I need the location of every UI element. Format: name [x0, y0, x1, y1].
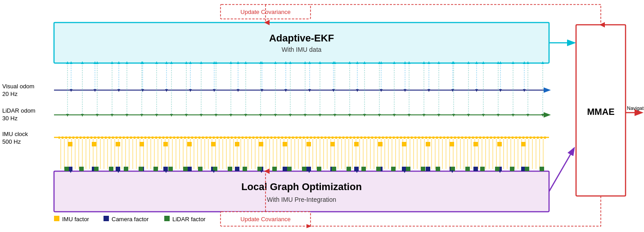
svg-rect-321 — [378, 142, 383, 146]
lidar-legend-label: LiDAR factor — [172, 216, 206, 223]
local-graph-label: Local Graph Optimization — [241, 181, 362, 192]
svg-rect-335 — [235, 167, 239, 171]
svg-rect-323 — [426, 142, 430, 146]
svg-rect-318 — [306, 142, 311, 146]
svg-rect-316 — [259, 142, 263, 146]
svg-rect-327 — [521, 142, 526, 146]
svg-rect-343 — [426, 167, 430, 171]
lidar-odom-label: LiDAR odom — [2, 107, 36, 114]
svg-rect-379 — [525, 167, 529, 171]
svg-rect-326 — [497, 142, 502, 146]
svg-rect-345 — [473, 167, 478, 171]
svg-rect-366 — [332, 167, 336, 171]
svg-rect-364 — [302, 167, 306, 171]
svg-rect-352 — [124, 167, 128, 171]
svg-line-3 — [549, 149, 574, 191]
svg-rect-365 — [317, 167, 321, 171]
svg-rect-337 — [283, 167, 287, 171]
svg-rect-308 — [68, 142, 72, 146]
svg-rect-372 — [421, 167, 425, 171]
visual-odom-label: Visual odom — [2, 83, 34, 90]
svg-rect-314 — [211, 142, 216, 146]
svg-rect-353 — [139, 167, 143, 171]
svg-rect-368 — [361, 167, 366, 171]
lidar-odom-hz: 30 Hz — [2, 115, 18, 122]
svg-rect-378 — [510, 167, 514, 171]
svg-rect-333 — [187, 167, 192, 171]
camera-legend-box — [104, 216, 109, 221]
svg-rect-319 — [330, 142, 335, 146]
local-graph-sublabel: With IMU Pre-Integration — [267, 196, 336, 203]
adaptive-ekf-label: Adaptive-EKF — [269, 32, 334, 44]
svg-rect-360 — [243, 167, 247, 171]
svg-rect-315 — [235, 142, 239, 146]
svg-rect-380 — [540, 167, 544, 171]
imu-legend-box — [54, 216, 59, 221]
svg-rect-312 — [163, 142, 168, 146]
camera-legend-label: Camera factor — [112, 216, 149, 223]
lidar-legend-box — [164, 216, 170, 221]
svg-rect-349 — [79, 167, 84, 171]
svg-rect-359 — [228, 167, 232, 171]
svg-rect-348 — [64, 167, 69, 171]
svg-rect-362 — [272, 167, 277, 171]
visual-odom-hz: 20 Hz — [2, 91, 18, 97]
svg-rect-376 — [480, 167, 485, 171]
adaptive-ekf-sublabel: With IMU data — [282, 46, 322, 53]
svg-rect-320 — [354, 142, 359, 146]
svg-rect-311 — [140, 142, 144, 146]
lidar-odom-ticks — [66, 61, 544, 117]
imu-clock-hz: 500 Hz — [2, 138, 21, 145]
svg-rect-355 — [168, 167, 173, 171]
visual-odom-ticks — [70, 61, 526, 92]
svg-rect-367 — [347, 167, 351, 171]
svg-rect-12 — [59, 136, 547, 139]
svg-rect-309 — [92, 142, 96, 146]
svg-rect-325 — [473, 142, 478, 146]
svg-rect-324 — [450, 142, 454, 146]
svg-rect-357 — [198, 167, 203, 171]
svg-rect-369 — [376, 167, 381, 171]
svg-rect-356 — [183, 167, 188, 171]
imu-legend-label: IMU factor — [62, 216, 90, 223]
svg-rect-350 — [94, 167, 99, 171]
svg-rect-322 — [402, 142, 406, 146]
update-cov-bottom-label: Update Covariance — [240, 216, 290, 223]
nav-states-label: Navigation States — [627, 105, 644, 111]
svg-rect-351 — [109, 167, 113, 171]
svg-rect-373 — [436, 167, 440, 171]
svg-rect-371 — [406, 167, 410, 171]
svg-rect-317 — [283, 142, 287, 146]
diagram-container: Adaptive-EKF With IMU data Local Graph O… — [0, 0, 644, 232]
mmae-label: MMAE — [587, 107, 614, 117]
imu-vert-lines — [61, 139, 543, 169]
svg-rect-363 — [287, 167, 292, 171]
svg-rect-354 — [153, 167, 158, 171]
svg-rect-375 — [465, 167, 470, 171]
svg-rect-313 — [187, 142, 192, 146]
imu-clock-label: IMU clock — [2, 131, 28, 137]
svg-rect-370 — [391, 167, 396, 171]
svg-rect-310 — [116, 142, 120, 146]
architecture-svg: Adaptive-EKF With IMU data Local Graph O… — [0, 0, 644, 232]
